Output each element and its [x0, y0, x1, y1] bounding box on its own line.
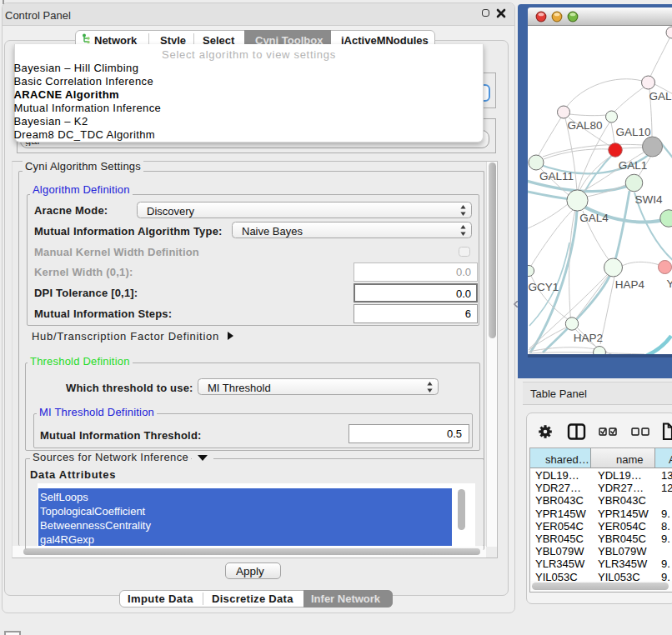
svg-text:Y: Y — [667, 278, 672, 290]
svg-text:GAL4: GAL4 — [579, 212, 609, 224]
svg-text:GCY1: GCY1 — [529, 281, 559, 293]
svg-text:GAL10: GAL10 — [615, 126, 650, 138]
svg-text:GAL1: GAL1 — [619, 159, 648, 172]
svg-text:GAL11: GAL11 — [539, 170, 574, 182]
svg-text:GAL7: GAL7 — [649, 90, 672, 102]
svg-text:SWI4: SWI4 — [634, 193, 662, 206]
svg-text:HAP4: HAP4 — [615, 278, 645, 291]
svg-text:GAL80: GAL80 — [567, 119, 602, 132]
svg-text:HAP2: HAP2 — [574, 332, 603, 344]
